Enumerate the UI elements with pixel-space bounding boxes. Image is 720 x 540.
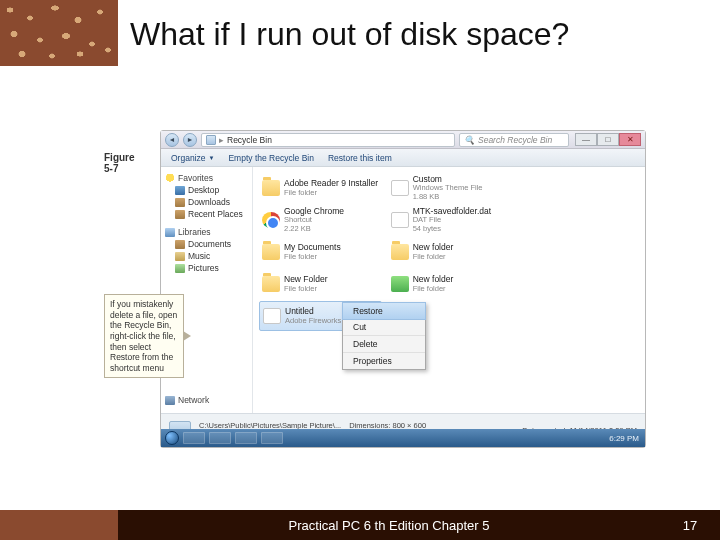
slide-title: What if I run out of disk space? [130,16,569,53]
png-file-icon [263,308,281,324]
context-menu: Restore Cut Delete Properties [342,302,426,370]
file-item[interactable]: New folderFile folder [388,269,511,299]
file-item[interactable]: CustomWindows Theme File 1.88 KB [388,173,511,203]
chrome-icon [262,212,280,228]
network-group[interactable]: Network [165,395,248,405]
window-titlebar: ◄ ► ▸ Recycle Bin 🔍 Search Recycle Bin —… [161,131,645,149]
footer-text: Practical PC 6 th Edition Chapter 5 [118,518,660,533]
sidebar-item-music[interactable]: Music [165,251,248,261]
nav-back-button[interactable]: ◄ [165,133,179,147]
close-button[interactable]: ✕ [619,133,641,146]
slide-footer: Practical PC 6 th Edition Chapter 5 17 [0,510,720,540]
recycle-bin-icon [206,135,216,145]
folder-icon [391,276,409,292]
folder-icon [262,244,280,260]
desktop-icon [175,186,185,195]
file-item[interactable]: Adobe Reader 9 InstallerFile folder [259,173,382,203]
taskbar-app[interactable] [235,432,257,444]
taskbar: 6:29 PM [161,429,645,447]
sidebar-item-recent[interactable]: Recent Places [165,209,248,219]
favorites-group[interactable]: Favorites [165,173,248,183]
context-menu-properties[interactable]: Properties [343,353,425,369]
folder-icon [391,244,409,260]
file-list: Adobe Reader 9 InstallerFile folder Cust… [253,167,645,413]
slide: What if I run out of disk space? Figure … [0,0,720,540]
explorer-body: Favorites Desktop Downloads Recent Place… [161,167,645,413]
documents-icon [175,240,185,249]
minimize-button[interactable]: — [575,133,597,146]
taskbar-app[interactable] [261,432,283,444]
page-number: 17 [660,518,720,533]
address-location: Recycle Bin [227,135,272,145]
recent-icon [175,210,185,219]
taskbar-app[interactable] [183,432,205,444]
file-item[interactable]: Google ChromeShortcut 2.22 KB [259,205,382,235]
context-menu-delete[interactable]: Delete [343,336,425,353]
file-item[interactable]: My DocumentsFile folder [259,237,382,267]
sidebar-item-desktop[interactable]: Desktop [165,185,248,195]
context-menu-cut[interactable]: Cut [343,319,425,336]
corner-pattern [0,0,118,66]
organize-menu[interactable]: Organize ▼ [171,153,214,163]
nav-forward-button[interactable]: ► [183,133,197,147]
sidebar-item-downloads[interactable]: Downloads [165,197,248,207]
context-menu-restore[interactable]: Restore [342,302,426,320]
pictures-icon [175,264,185,273]
window-controls: — □ ✕ [575,133,641,146]
network-icon [165,396,175,405]
sidebar-item-documents[interactable]: Documents [165,239,248,249]
search-placeholder: Search Recycle Bin [478,135,552,145]
downloads-icon [175,198,185,207]
instruction-callout: If you mistakenly delete a file, open th… [104,294,184,378]
footer-accent [0,510,118,540]
empty-recycle-bin-button[interactable]: Empty the Recycle Bin [228,153,314,163]
explorer-toolbar: Organize ▼ Empty the Recycle Bin Restore… [161,149,645,167]
folder-icon [262,276,280,292]
explorer-window: ◄ ► ▸ Recycle Bin 🔍 Search Recycle Bin —… [160,130,646,448]
restore-item-button[interactable]: Restore this item [328,153,392,163]
sidebar-item-pictures[interactable]: Pictures [165,263,248,273]
start-button[interactable] [165,431,179,445]
maximize-button[interactable]: □ [597,133,619,146]
search-input[interactable]: 🔍 Search Recycle Bin [459,133,569,147]
file-item[interactable]: MTK-savedfolder.datDAT File 54 bytes [388,205,511,235]
music-icon [175,252,185,261]
file-item[interactable]: New FolderFile folder [259,269,382,299]
libraries-icon [165,228,175,237]
figure-container: Figure 5-7 ◄ ► ▸ Recycle Bin 🔍 Search Re… [106,130,646,470]
taskbar-app[interactable] [209,432,231,444]
dat-file-icon [391,212,409,228]
address-bar[interactable]: ▸ Recycle Bin [201,133,455,147]
theme-file-icon [391,180,409,196]
taskbar-clock[interactable]: 6:29 PM [609,434,641,443]
folder-icon [262,180,280,196]
file-item[interactable]: New folderFile folder [388,237,511,267]
libraries-group[interactable]: Libraries [165,227,248,237]
star-icon [165,174,175,183]
figure-label: Figure 5-7 [104,152,135,174]
